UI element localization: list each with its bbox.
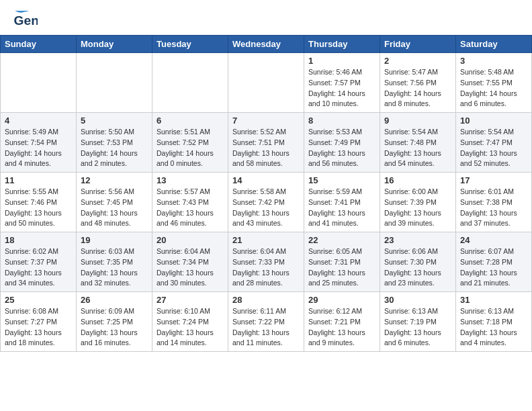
calendar-cell: 7Sunrise: 5:52 AM Sunset: 7:51 PM Daylig… bbox=[228, 113, 304, 173]
day-info: Sunrise: 6:05 AM Sunset: 7:31 PM Dayligh… bbox=[308, 246, 375, 289]
day-info: Sunrise: 6:08 AM Sunset: 7:27 PM Dayligh… bbox=[5, 306, 72, 349]
day-info: Sunrise: 6:00 AM Sunset: 7:39 PM Dayligh… bbox=[384, 187, 451, 229]
calendar-week-row: 18Sunrise: 6:02 AM Sunset: 7:37 PM Dayli… bbox=[1, 232, 532, 292]
day-number: 5 bbox=[81, 116, 148, 126]
day-number: 29 bbox=[308, 295, 375, 305]
day-number: 24 bbox=[460, 235, 527, 245]
day-info: Sunrise: 5:50 AM Sunset: 7:53 PM Dayligh… bbox=[81, 127, 148, 169]
day-info: Sunrise: 6:03 AM Sunset: 7:35 PM Dayligh… bbox=[81, 246, 148, 289]
day-info: Sunrise: 5:54 AM Sunset: 7:47 PM Dayligh… bbox=[460, 127, 527, 169]
calendar-cell: 29Sunrise: 6:12 AM Sunset: 7:21 PM Dayli… bbox=[304, 292, 380, 352]
day-info: Sunrise: 6:09 AM Sunset: 7:25 PM Dayligh… bbox=[81, 306, 148, 349]
day-info: Sunrise: 6:06 AM Sunset: 7:30 PM Dayligh… bbox=[384, 246, 451, 289]
day-info: Sunrise: 6:11 AM Sunset: 7:22 PM Dayligh… bbox=[232, 306, 300, 349]
calendar-cell: 2Sunrise: 5:47 AM Sunset: 7:56 PM Daylig… bbox=[380, 53, 456, 113]
calendar-cell bbox=[152, 53, 228, 113]
calendar-cell: 10Sunrise: 5:54 AM Sunset: 7:47 PM Dayli… bbox=[456, 113, 532, 173]
day-info: Sunrise: 5:51 AM Sunset: 7:52 PM Dayligh… bbox=[157, 127, 224, 169]
day-number: 14 bbox=[232, 175, 300, 185]
day-number: 16 bbox=[384, 175, 451, 185]
day-info: Sunrise: 6:04 AM Sunset: 7:34 PM Dayligh… bbox=[157, 246, 224, 289]
calendar-cell: 31Sunrise: 6:13 AM Sunset: 7:18 PM Dayli… bbox=[456, 292, 532, 352]
calendar-cell: 21Sunrise: 6:04 AM Sunset: 7:33 PM Dayli… bbox=[228, 232, 304, 292]
calendar-cell: 9Sunrise: 5:54 AM Sunset: 7:48 PM Daylig… bbox=[380, 113, 456, 173]
calendar-cell bbox=[1, 53, 77, 113]
day-number: 15 bbox=[308, 175, 375, 185]
day-number: 2 bbox=[384, 56, 451, 66]
calendar-cell: 14Sunrise: 5:58 AM Sunset: 7:42 PM Dayli… bbox=[228, 173, 304, 232]
day-info: Sunrise: 5:48 AM Sunset: 7:55 PM Dayligh… bbox=[460, 67, 527, 109]
day-info: Sunrise: 5:58 AM Sunset: 7:42 PM Dayligh… bbox=[232, 187, 300, 229]
day-number: 23 bbox=[384, 235, 451, 245]
day-info: Sunrise: 5:56 AM Sunset: 7:45 PM Dayligh… bbox=[81, 187, 148, 229]
day-info: Sunrise: 5:52 AM Sunset: 7:51 PM Dayligh… bbox=[232, 127, 300, 169]
day-number: 7 bbox=[232, 116, 300, 126]
day-number: 3 bbox=[460, 56, 527, 66]
day-header-thursday: Thursday bbox=[304, 36, 380, 53]
day-number: 6 bbox=[157, 116, 224, 126]
calendar-cell bbox=[228, 53, 304, 113]
day-number: 20 bbox=[157, 235, 224, 245]
calendar-cell: 15Sunrise: 5:59 AM Sunset: 7:41 PM Dayli… bbox=[304, 173, 380, 232]
day-info: Sunrise: 5:46 AM Sunset: 7:57 PM Dayligh… bbox=[308, 67, 375, 109]
calendar-cell: 20Sunrise: 6:04 AM Sunset: 7:34 PM Dayli… bbox=[152, 232, 228, 292]
day-header-saturday: Saturday bbox=[456, 36, 532, 53]
logo: General bbox=[13, 11, 38, 30]
day-number: 22 bbox=[308, 235, 375, 245]
day-header-friday: Friday bbox=[380, 36, 456, 53]
day-number: 11 bbox=[5, 175, 72, 185]
calendar-cell: 26Sunrise: 6:09 AM Sunset: 7:25 PM Dayli… bbox=[77, 292, 152, 352]
day-info: Sunrise: 6:12 AM Sunset: 7:21 PM Dayligh… bbox=[308, 306, 375, 349]
calendar-cell: 3Sunrise: 5:48 AM Sunset: 7:55 PM Daylig… bbox=[456, 53, 532, 113]
day-header-sunday: Sunday bbox=[1, 36, 77, 53]
day-info: Sunrise: 5:47 AM Sunset: 7:56 PM Dayligh… bbox=[384, 67, 451, 109]
day-number: 26 bbox=[81, 295, 148, 305]
calendar-cell: 13Sunrise: 5:57 AM Sunset: 7:43 PM Dayli… bbox=[152, 173, 228, 232]
calendar-week-row: 1Sunrise: 5:46 AM Sunset: 7:57 PM Daylig… bbox=[1, 53, 532, 113]
calendar-cell: 12Sunrise: 5:56 AM Sunset: 7:45 PM Dayli… bbox=[77, 173, 152, 232]
day-number: 18 bbox=[5, 235, 72, 245]
day-number: 21 bbox=[232, 235, 300, 245]
calendar-cell: 11Sunrise: 5:55 AM Sunset: 7:46 PM Dayli… bbox=[1, 173, 77, 232]
calendar-cell: 18Sunrise: 6:02 AM Sunset: 7:37 PM Dayli… bbox=[1, 232, 77, 292]
day-number: 13 bbox=[157, 175, 224, 185]
svg-text:General: General bbox=[14, 13, 38, 28]
calendar-cell: 23Sunrise: 6:06 AM Sunset: 7:30 PM Dayli… bbox=[380, 232, 456, 292]
calendar-week-row: 4Sunrise: 5:49 AM Sunset: 7:54 PM Daylig… bbox=[1, 113, 532, 173]
day-number: 8 bbox=[308, 116, 375, 126]
calendar-cell: 6Sunrise: 5:51 AM Sunset: 7:52 PM Daylig… bbox=[152, 113, 228, 173]
calendar-cell: 1Sunrise: 5:46 AM Sunset: 7:57 PM Daylig… bbox=[304, 53, 380, 113]
day-info: Sunrise: 6:10 AM Sunset: 7:24 PM Dayligh… bbox=[157, 306, 224, 349]
day-number: 10 bbox=[460, 116, 527, 126]
day-info: Sunrise: 5:49 AM Sunset: 7:54 PM Dayligh… bbox=[5, 127, 72, 169]
day-number: 1 bbox=[308, 56, 375, 66]
calendar-cell: 17Sunrise: 6:01 AM Sunset: 7:38 PM Dayli… bbox=[456, 173, 532, 232]
calendar-cell: 27Sunrise: 6:10 AM Sunset: 7:24 PM Dayli… bbox=[152, 292, 228, 352]
day-info: Sunrise: 6:04 AM Sunset: 7:33 PM Dayligh… bbox=[232, 246, 300, 289]
page-header: General bbox=[0, 0, 532, 35]
calendar-header-row: SundayMondayTuesdayWednesdayThursdayFrid… bbox=[1, 36, 532, 53]
calendar-table: SundayMondayTuesdayWednesdayThursdayFrid… bbox=[0, 35, 532, 352]
day-info: Sunrise: 5:59 AM Sunset: 7:41 PM Dayligh… bbox=[308, 187, 375, 229]
calendar-cell: 25Sunrise: 6:08 AM Sunset: 7:27 PM Dayli… bbox=[1, 292, 77, 352]
calendar-cell: 4Sunrise: 5:49 AM Sunset: 7:54 PM Daylig… bbox=[1, 113, 77, 173]
calendar-cell: 8Sunrise: 5:53 AM Sunset: 7:49 PM Daylig… bbox=[304, 113, 380, 173]
logo-icon: General bbox=[13, 11, 38, 30]
day-info: Sunrise: 6:07 AM Sunset: 7:28 PM Dayligh… bbox=[460, 246, 527, 289]
day-info: Sunrise: 6:01 AM Sunset: 7:38 PM Dayligh… bbox=[460, 187, 527, 229]
day-number: 17 bbox=[460, 175, 527, 185]
day-number: 12 bbox=[81, 175, 148, 185]
calendar-cell: 5Sunrise: 5:50 AM Sunset: 7:53 PM Daylig… bbox=[77, 113, 152, 173]
day-info: Sunrise: 6:13 AM Sunset: 7:19 PM Dayligh… bbox=[384, 306, 451, 349]
day-number: 30 bbox=[384, 295, 451, 305]
day-number: 25 bbox=[5, 295, 72, 305]
calendar-cell: 30Sunrise: 6:13 AM Sunset: 7:19 PM Dayli… bbox=[380, 292, 456, 352]
day-number: 9 bbox=[384, 116, 451, 126]
day-number: 4 bbox=[5, 116, 72, 126]
calendar-cell: 28Sunrise: 6:11 AM Sunset: 7:22 PM Dayli… bbox=[228, 292, 304, 352]
day-number: 31 bbox=[460, 295, 527, 305]
day-number: 19 bbox=[81, 235, 148, 245]
day-number: 28 bbox=[232, 295, 300, 305]
day-header-monday: Monday bbox=[77, 36, 152, 53]
calendar-cell: 19Sunrise: 6:03 AM Sunset: 7:35 PM Dayli… bbox=[77, 232, 152, 292]
